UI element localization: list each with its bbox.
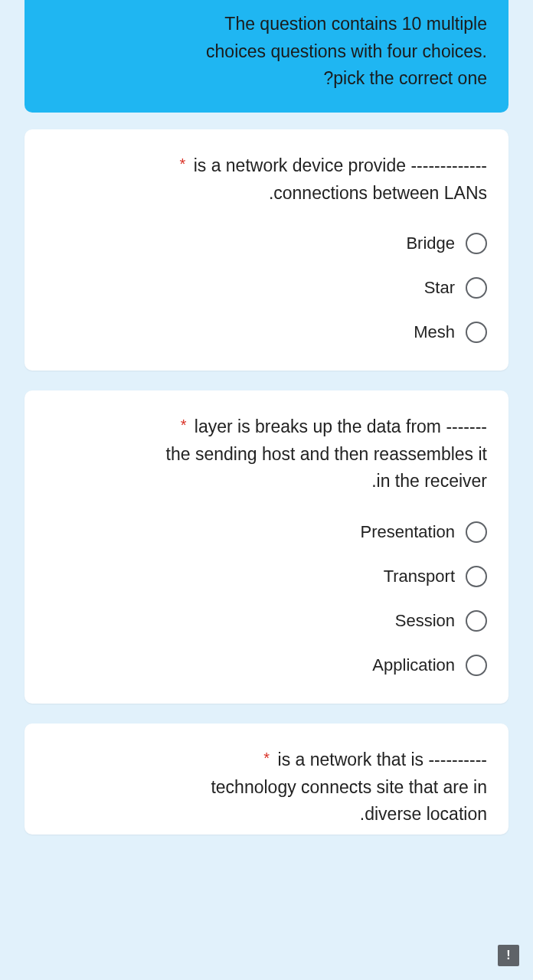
exclamation-icon: !: [506, 949, 510, 962]
header-line-2: choices questions with four choices.: [46, 38, 487, 66]
radio-icon: [466, 655, 487, 676]
radio-icon: [466, 277, 487, 299]
question-line-1: layer is breaks up the data from -------: [195, 416, 487, 436]
question-card-1: * is a network device provide ----------…: [25, 129, 508, 371]
radio-icon: [466, 521, 487, 543]
radio-icon: [466, 233, 487, 254]
options-group: Bridge Star Mesh: [46, 233, 487, 343]
question-text: * is a network that is ---------- techno…: [46, 746, 487, 828]
option-label: Bridge: [406, 234, 455, 253]
option-label: Application: [372, 655, 455, 675]
question-line-3: .diverse location: [360, 804, 487, 824]
header-line-3: ?pick the correct one: [46, 65, 487, 93]
question-text: * layer is breaks up the data from -----…: [46, 413, 487, 495]
question-line-2: the sending host and then reassembles it: [166, 444, 487, 464]
option-application[interactable]: Application: [372, 655, 487, 676]
question-line-2: technology connects site that are in: [211, 777, 487, 797]
option-transport[interactable]: Transport: [384, 566, 487, 587]
option-session[interactable]: Session: [395, 610, 487, 632]
form-description-header: The question contains 10 multiple choice…: [25, 0, 508, 113]
question-text: * is a network device provide ----------…: [46, 152, 487, 207]
required-star-icon: *: [263, 750, 270, 766]
option-label: Mesh: [414, 322, 455, 342]
question-card-2: * layer is breaks up the data from -----…: [25, 390, 508, 704]
options-group: Presentation Transport Session Applicati…: [46, 521, 487, 676]
option-label: Transport: [384, 567, 455, 586]
option-bridge[interactable]: Bridge: [406, 233, 487, 254]
option-presentation[interactable]: Presentation: [360, 521, 487, 543]
required-star-icon: *: [179, 155, 185, 172]
question-card-3: * is a network that is ---------- techno…: [25, 724, 508, 835]
option-label: Session: [395, 611, 455, 631]
radio-icon: [466, 566, 487, 587]
question-line-1: is a network that is ----------: [278, 750, 487, 769]
radio-icon: [466, 322, 487, 343]
question-line-2: .connections between LANs: [269, 183, 487, 203]
option-mesh[interactable]: Mesh: [414, 322, 487, 343]
report-problem-button[interactable]: !: [498, 945, 519, 966]
question-line-1: is a network device provide ------------…: [194, 155, 487, 175]
option-label: Star: [424, 278, 455, 298]
option-label: Presentation: [360, 522, 455, 542]
required-star-icon: *: [181, 416, 187, 433]
option-star[interactable]: Star: [424, 277, 487, 299]
radio-icon: [466, 610, 487, 632]
header-line-1: The question contains 10 multiple: [46, 11, 487, 38]
question-line-3: .in the receiver: [371, 471, 487, 491]
